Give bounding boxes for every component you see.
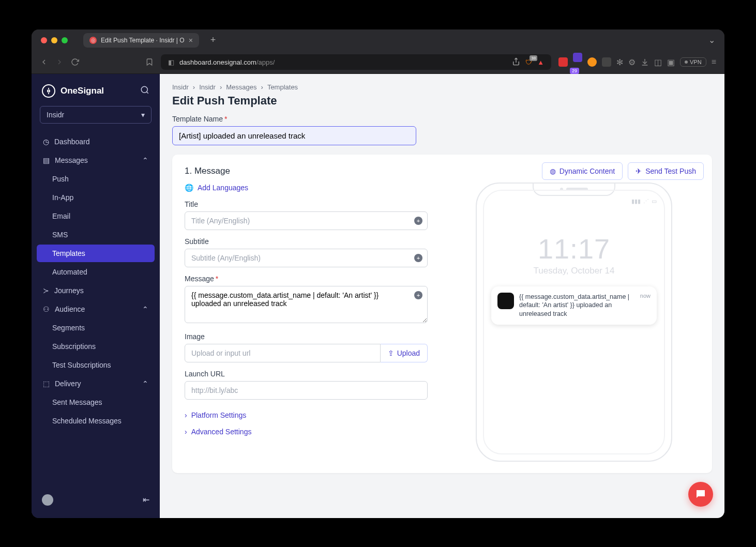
platform-settings-toggle[interactable]: ›Platform Settings	[185, 407, 428, 423]
url-input[interactable]: ◧ dashboard.onesignal.com/apps/ 🛡38 ▲	[161, 54, 551, 70]
required-icon: *	[216, 275, 218, 283]
advanced-settings-toggle[interactable]: ›Advanced Settings	[185, 423, 428, 440]
svg-point-3	[48, 90, 50, 92]
send-test-push-button[interactable]: ✈Send Test Push	[628, 162, 704, 180]
collapse-sidebar-icon[interactable]: ⇤	[143, 495, 149, 505]
tab-title: Edit Push Template · Insidr | O	[101, 37, 185, 44]
browser-tab[interactable]: ◎ Edit Push Template · Insidr | O ×	[83, 33, 199, 48]
section-heading: 1. Message	[185, 166, 230, 176]
chevron-right-icon: ›	[185, 428, 187, 436]
window-controls[interactable]	[41, 37, 68, 43]
people-icon: ⚇	[43, 305, 50, 313]
extension-badge: 29	[570, 68, 579, 74]
launch-url-input[interactable]	[185, 381, 428, 400]
add-variable-icon[interactable]: +	[414, 217, 422, 225]
sidebar-item-subscriptions[interactable]: Subscriptions	[37, 338, 155, 355]
chat-icon	[694, 488, 707, 500]
sidebar-item-messages[interactable]: ▤Messages⌃	[37, 151, 155, 169]
forward-button[interactable]	[55, 58, 64, 66]
intercom-button[interactable]	[688, 482, 713, 507]
breadcrumb-item[interactable]: Templates	[267, 83, 298, 91]
menu-icon[interactable]: ≡	[712, 57, 716, 67]
sidebar-item-audience[interactable]: ⚇Audience⌃	[37, 300, 155, 318]
notification-text: {{ message.custom_data.artist_name | def…	[519, 293, 635, 319]
dynamic-content-button[interactable]: ◍Dynamic Content	[542, 162, 623, 180]
breadcrumb-item[interactable]: Messages	[226, 83, 256, 91]
address-bar: ◧ dashboard.onesignal.com/apps/ 🛡38 ▲ 29…	[32, 51, 724, 74]
breadcrumb-item[interactable]: Insidr	[199, 83, 216, 91]
chevron-up-icon: ⌃	[142, 156, 148, 164]
sidebar-item-sms[interactable]: SMS	[37, 226, 155, 244]
metamask-icon[interactable]	[587, 57, 597, 67]
message-input[interactable]	[185, 286, 428, 323]
template-name-label: Template Name	[172, 115, 223, 123]
sidebar-item-inapp[interactable]: In-App	[37, 189, 155, 206]
template-name-input[interactable]	[172, 126, 416, 145]
sidebar-item-email[interactable]: Email	[37, 207, 155, 225]
app-selector[interactable]: Insidr ▾	[40, 106, 152, 124]
subtitle-input[interactable]	[185, 249, 428, 267]
sidebar-item-segments[interactable]: Segments	[37, 319, 155, 337]
reload-button[interactable]	[71, 58, 79, 66]
title-input[interactable]	[185, 211, 428, 230]
gauge-icon: ◷	[43, 138, 49, 146]
globe-icon: 🌐	[185, 184, 193, 192]
brand-logo-icon	[42, 84, 55, 98]
minimize-window-icon[interactable]	[51, 37, 57, 43]
upload-button[interactable]: ⇪Upload	[381, 344, 428, 362]
brand[interactable]: OneSignal	[37, 81, 155, 106]
extension-icon[interactable]	[602, 57, 611, 67]
sidebar-item-scheduled-messages[interactable]: Scheduled Messages	[37, 412, 155, 430]
chevron-down-icon: ▾	[141, 111, 145, 119]
notification-time: now	[640, 293, 651, 319]
add-languages-link[interactable]: 🌐Add Languages	[185, 184, 428, 192]
new-tab-button[interactable]: +	[210, 35, 216, 45]
breadcrumb-item[interactable]: Insidr	[172, 83, 189, 91]
extension-icon[interactable]	[558, 57, 568, 67]
wifi-icon: ⋰	[643, 198, 649, 205]
url-path: /apps/	[256, 58, 275, 66]
send-icon: ✈	[636, 167, 642, 175]
breadcrumb: Insidr› Insidr› Messages› Templates	[172, 83, 712, 91]
apple-icon	[497, 293, 514, 309]
sidebar-item-automated[interactable]: Automated	[37, 263, 155, 281]
download-icon[interactable]	[641, 58, 649, 66]
share-icon[interactable]	[512, 57, 520, 67]
image-url-input[interactable]	[185, 344, 381, 362]
sidebar-item-dashboard[interactable]: ◷Dashboard	[37, 133, 155, 150]
chevron-up-icon: ⌃	[142, 379, 148, 388]
sidebar-item-test-subscriptions[interactable]: Test Subscriptions	[37, 356, 155, 374]
notification-preview: {{ message.custom_data.artist_name | def…	[491, 286, 657, 325]
sidebar-toggle-icon[interactable]: ◫	[654, 57, 662, 67]
chart-icon: ⬚	[43, 379, 50, 388]
bookmark-icon[interactable]	[145, 58, 154, 66]
sidebar-item-journeys[interactable]: ≻Journeys	[37, 282, 155, 299]
message-card: 1. Message ◍Dynamic Content ✈Send Test P…	[172, 155, 712, 473]
maximize-window-icon[interactable]	[62, 37, 68, 43]
warning-icon[interactable]: ▲	[537, 58, 544, 66]
close-window-icon[interactable]	[41, 37, 47, 43]
vpn-button[interactable]: VPN	[680, 57, 706, 67]
wallet-icon[interactable]: ▣	[667, 57, 675, 67]
sidebar-item-sent-messages[interactable]: Sent Messages	[37, 393, 155, 411]
add-variable-icon[interactable]: +	[414, 291, 422, 299]
sidebar-item-delivery[interactable]: ⬚Delivery⌃	[37, 375, 155, 392]
tab-favicon-icon: ◎	[89, 37, 97, 44]
globe-icon: ◍	[550, 167, 556, 175]
chevron-right-icon: ›	[185, 411, 187, 419]
site-settings-icon[interactable]: ◧	[168, 58, 174, 66]
sidebar-item-templates[interactable]: Templates	[37, 245, 155, 262]
user-avatar[interactable]	[42, 494, 53, 506]
phone-status-bar: ▮▮▮⋰▭	[491, 198, 657, 205]
tabs-menu-icon[interactable]: ⌄	[708, 35, 715, 45]
back-button[interactable]	[40, 58, 48, 66]
extension-icon[interactable]	[573, 53, 582, 62]
add-variable-icon[interactable]: +	[414, 254, 422, 262]
svg-line-5	[146, 92, 148, 93]
extensions-icon[interactable]: ⚙	[628, 57, 636, 67]
sidebar-item-push[interactable]: Push	[37, 170, 155, 188]
extension-settings-icon[interactable]: ✻	[616, 57, 623, 67]
search-icon[interactable]	[140, 85, 149, 97]
tab-close-icon[interactable]: ×	[189, 36, 193, 44]
shield-icon[interactable]: 🛡38	[525, 58, 532, 66]
